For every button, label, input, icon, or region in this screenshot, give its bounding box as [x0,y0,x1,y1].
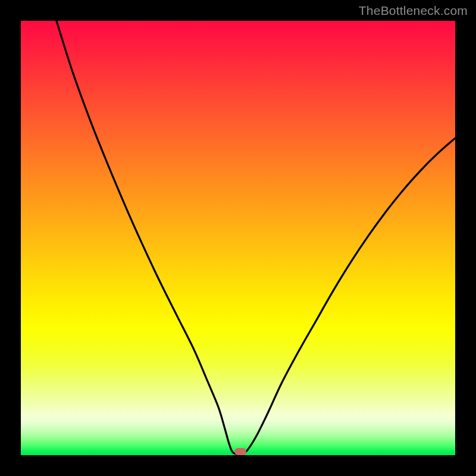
plot-area [21,21,455,455]
watermark-text: TheBottleneck.com [359,4,468,18]
bottleneck-curve [57,21,455,455]
chart-frame: TheBottleneck.com [0,0,476,476]
minimum-marker [234,448,246,455]
curve-svg [21,21,455,455]
